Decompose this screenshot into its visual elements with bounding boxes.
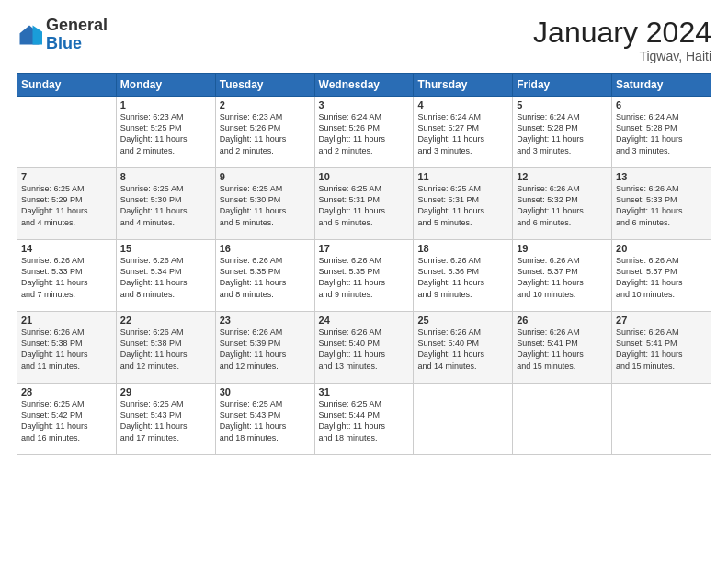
cell-content: Sunrise: 6:25 AM Sunset: 5:30 PM Dayligh… bbox=[220, 183, 311, 228]
calendar-cell: 8Sunrise: 6:25 AM Sunset: 5:30 PM Daylig… bbox=[116, 168, 215, 240]
day-number: 8 bbox=[120, 171, 211, 182]
day-number: 28 bbox=[21, 386, 112, 397]
location: Tigwav, Haiti bbox=[533, 49, 711, 63]
cell-content: Sunrise: 6:25 AM Sunset: 5:31 PM Dayligh… bbox=[417, 183, 508, 228]
cell-content: Sunrise: 6:25 AM Sunset: 5:43 PM Dayligh… bbox=[220, 398, 311, 443]
day-number: 22 bbox=[120, 315, 211, 326]
cell-content: Sunrise: 6:25 AM Sunset: 5:30 PM Dayligh… bbox=[120, 183, 211, 228]
calendar-cell bbox=[414, 384, 513, 455]
calendar-cell bbox=[612, 384, 711, 455]
day-number: 15 bbox=[120, 243, 211, 254]
calendar-cell: 5Sunrise: 6:24 AM Sunset: 5:28 PM Daylig… bbox=[513, 97, 612, 168]
cell-content: Sunrise: 6:26 AM Sunset: 5:37 PM Dayligh… bbox=[517, 255, 608, 300]
calendar-cell: 17Sunrise: 6:26 AM Sunset: 5:35 PM Dayli… bbox=[314, 240, 414, 312]
cell-content: Sunrise: 6:26 AM Sunset: 5:37 PM Dayligh… bbox=[616, 255, 707, 300]
day-number: 26 bbox=[517, 315, 608, 326]
calendar-cell: 12Sunrise: 6:26 AM Sunset: 5:32 PM Dayli… bbox=[513, 168, 612, 240]
day-number: 16 bbox=[220, 243, 311, 254]
day-number: 3 bbox=[319, 99, 410, 110]
day-number: 21 bbox=[21, 315, 112, 326]
cell-content: Sunrise: 6:26 AM Sunset: 5:34 PM Dayligh… bbox=[120, 255, 211, 300]
calendar-cell: 31Sunrise: 6:25 AM Sunset: 5:44 PM Dayli… bbox=[314, 384, 414, 455]
calendar-cell: 15Sunrise: 6:26 AM Sunset: 5:34 PM Dayli… bbox=[116, 240, 215, 312]
day-number: 2 bbox=[220, 99, 311, 110]
col-header-wednesday: Wednesday bbox=[314, 74, 414, 97]
day-number: 20 bbox=[616, 243, 707, 254]
calendar-cell: 19Sunrise: 6:26 AM Sunset: 5:37 PM Dayli… bbox=[513, 240, 612, 312]
calendar-cell: 27Sunrise: 6:26 AM Sunset: 5:41 PM Dayli… bbox=[612, 312, 711, 384]
cell-content: Sunrise: 6:26 AM Sunset: 5:36 PM Dayligh… bbox=[417, 255, 508, 300]
col-header-saturday: Saturday bbox=[612, 74, 711, 97]
title-block: January 2024 Tigwav, Haiti bbox=[533, 17, 711, 63]
cell-content: Sunrise: 6:26 AM Sunset: 5:40 PM Dayligh… bbox=[319, 327, 410, 372]
calendar-cell: 16Sunrise: 6:26 AM Sunset: 5:35 PM Dayli… bbox=[215, 240, 314, 312]
cell-content: Sunrise: 6:26 AM Sunset: 5:35 PM Dayligh… bbox=[220, 255, 311, 300]
calendar-table: SundayMondayTuesdayWednesdayThursdayFrid… bbox=[17, 73, 711, 455]
calendar-cell: 18Sunrise: 6:26 AM Sunset: 5:36 PM Dayli… bbox=[414, 240, 513, 312]
cell-content: Sunrise: 6:25 AM Sunset: 5:44 PM Dayligh… bbox=[319, 398, 410, 443]
calendar-cell: 7Sunrise: 6:25 AM Sunset: 5:29 PM Daylig… bbox=[17, 168, 117, 240]
calendar-cell: 22Sunrise: 6:26 AM Sunset: 5:38 PM Dayli… bbox=[116, 312, 215, 384]
week-row-3: 21Sunrise: 6:26 AM Sunset: 5:38 PM Dayli… bbox=[17, 312, 711, 384]
calendar-cell: 4Sunrise: 6:24 AM Sunset: 5:27 PM Daylig… bbox=[414, 97, 513, 168]
page: General Blue January 2024 Tigwav, Haiti … bbox=[0, 0, 728, 563]
day-number: 14 bbox=[21, 243, 112, 254]
calendar-cell: 23Sunrise: 6:26 AM Sunset: 5:39 PM Dayli… bbox=[215, 312, 314, 384]
calendar-cell: 21Sunrise: 6:26 AM Sunset: 5:38 PM Dayli… bbox=[17, 312, 117, 384]
calendar-cell: 29Sunrise: 6:25 AM Sunset: 5:43 PM Dayli… bbox=[116, 384, 215, 455]
day-number: 11 bbox=[417, 171, 508, 182]
calendar-cell: 2Sunrise: 6:23 AM Sunset: 5:26 PM Daylig… bbox=[215, 97, 314, 168]
logo-icon bbox=[17, 22, 42, 48]
cell-content: Sunrise: 6:26 AM Sunset: 5:35 PM Dayligh… bbox=[319, 255, 410, 300]
cell-content: Sunrise: 6:26 AM Sunset: 5:40 PM Dayligh… bbox=[417, 327, 508, 372]
week-row-0: 1Sunrise: 6:23 AM Sunset: 5:25 PM Daylig… bbox=[17, 97, 711, 168]
day-number: 10 bbox=[319, 171, 410, 182]
cell-content: Sunrise: 6:26 AM Sunset: 5:38 PM Dayligh… bbox=[21, 327, 112, 372]
calendar-cell: 28Sunrise: 6:25 AM Sunset: 5:42 PM Dayli… bbox=[17, 384, 117, 455]
day-number: 23 bbox=[220, 315, 311, 326]
cell-content: Sunrise: 6:25 AM Sunset: 5:42 PM Dayligh… bbox=[21, 398, 112, 443]
calendar-cell: 14Sunrise: 6:26 AM Sunset: 5:33 PM Dayli… bbox=[17, 240, 117, 312]
week-row-1: 7Sunrise: 6:25 AM Sunset: 5:29 PM Daylig… bbox=[17, 168, 711, 240]
calendar-cell: 13Sunrise: 6:26 AM Sunset: 5:33 PM Dayli… bbox=[612, 168, 711, 240]
col-header-friday: Friday bbox=[513, 74, 612, 97]
day-number: 6 bbox=[616, 99, 707, 110]
cell-content: Sunrise: 6:26 AM Sunset: 5:33 PM Dayligh… bbox=[21, 255, 112, 300]
header: General Blue January 2024 Tigwav, Haiti bbox=[17, 17, 711, 63]
calendar-cell bbox=[513, 384, 612, 455]
cell-content: Sunrise: 6:24 AM Sunset: 5:26 PM Dayligh… bbox=[319, 111, 410, 156]
day-number: 30 bbox=[220, 386, 311, 397]
calendar-cell: 25Sunrise: 6:26 AM Sunset: 5:40 PM Dayli… bbox=[414, 312, 513, 384]
logo-blue: Blue bbox=[46, 34, 82, 52]
logo-general: General bbox=[46, 16, 108, 34]
calendar-cell: 26Sunrise: 6:26 AM Sunset: 5:41 PM Dayli… bbox=[513, 312, 612, 384]
cell-content: Sunrise: 6:25 AM Sunset: 5:43 PM Dayligh… bbox=[120, 398, 211, 443]
cell-content: Sunrise: 6:25 AM Sunset: 5:29 PM Dayligh… bbox=[21, 183, 112, 228]
logo-text: General Blue bbox=[46, 17, 108, 53]
week-row-4: 28Sunrise: 6:25 AM Sunset: 5:42 PM Dayli… bbox=[17, 384, 711, 455]
calendar-cell: 11Sunrise: 6:25 AM Sunset: 5:31 PM Dayli… bbox=[414, 168, 513, 240]
logo: General Blue bbox=[17, 17, 108, 53]
day-number: 17 bbox=[319, 243, 410, 254]
day-number: 31 bbox=[319, 386, 410, 397]
day-number: 4 bbox=[417, 99, 508, 110]
calendar-cell: 1Sunrise: 6:23 AM Sunset: 5:25 PM Daylig… bbox=[116, 97, 215, 168]
day-number: 13 bbox=[616, 171, 707, 182]
cell-content: Sunrise: 6:26 AM Sunset: 5:32 PM Dayligh… bbox=[517, 183, 608, 228]
calendar-cell: 30Sunrise: 6:25 AM Sunset: 5:43 PM Dayli… bbox=[215, 384, 314, 455]
cell-content: Sunrise: 6:25 AM Sunset: 5:31 PM Dayligh… bbox=[319, 183, 410, 228]
calendar-cell: 24Sunrise: 6:26 AM Sunset: 5:40 PM Dayli… bbox=[314, 312, 414, 384]
calendar-cell bbox=[17, 97, 117, 168]
header-row: SundayMondayTuesdayWednesdayThursdayFrid… bbox=[17, 74, 711, 97]
day-number: 24 bbox=[319, 315, 410, 326]
col-header-tuesday: Tuesday bbox=[215, 74, 314, 97]
calendar-cell: 3Sunrise: 6:24 AM Sunset: 5:26 PM Daylig… bbox=[314, 97, 414, 168]
day-number: 27 bbox=[616, 315, 707, 326]
day-number: 19 bbox=[517, 243, 608, 254]
calendar-cell: 10Sunrise: 6:25 AM Sunset: 5:31 PM Dayli… bbox=[314, 168, 414, 240]
cell-content: Sunrise: 6:26 AM Sunset: 5:39 PM Dayligh… bbox=[220, 327, 311, 372]
cell-content: Sunrise: 6:26 AM Sunset: 5:41 PM Dayligh… bbox=[616, 327, 707, 372]
cell-content: Sunrise: 6:23 AM Sunset: 5:25 PM Dayligh… bbox=[120, 111, 211, 156]
cell-content: Sunrise: 6:26 AM Sunset: 5:33 PM Dayligh… bbox=[616, 183, 707, 228]
month-title: January 2024 bbox=[533, 17, 711, 49]
